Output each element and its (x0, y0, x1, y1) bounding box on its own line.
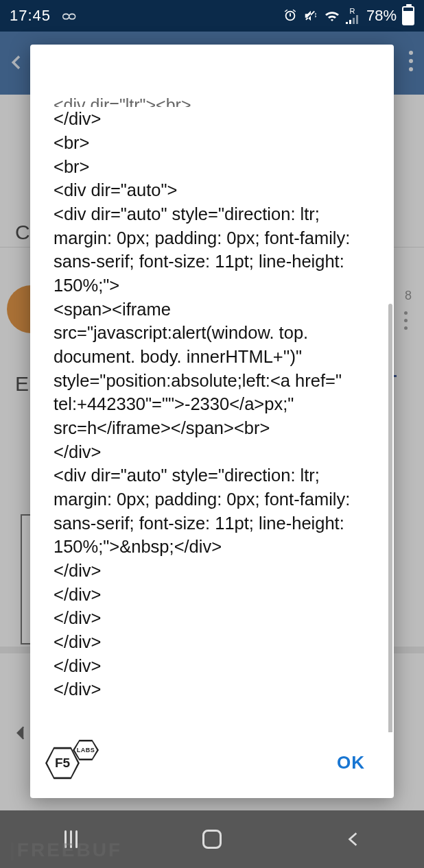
mute-vibrate-icon (303, 8, 318, 23)
wifi-icon (324, 9, 340, 23)
nav-home-button[interactable] (185, 810, 239, 868)
alarm-icon (283, 8, 298, 23)
dialog-content: <div dir="ltr"><br></div> <br> <br> <div… (30, 45, 394, 732)
alert-dialog: <div dir="ltr"><br></div> <br> <br> <div… (30, 45, 394, 798)
dialog-message: <div dir="ltr"><br></div> <br> <br> <div… (30, 45, 394, 701)
ok-button[interactable]: OK (329, 747, 373, 779)
battery-icon (402, 6, 414, 25)
status-time: 17:45 (10, 7, 51, 25)
status-bar: 17:45 ᴑᴑ R 78% (0, 0, 424, 32)
f5-labs-logo: F5 LABS (45, 742, 99, 783)
dialog-scrollbar[interactable] (388, 304, 392, 732)
dialog-actions: F5 LABS OK (30, 732, 394, 798)
battery-percent: 78% (366, 7, 397, 25)
watermark: |FREEBUF (10, 839, 122, 861)
nav-back-button[interactable] (326, 810, 381, 868)
dialog-cut-line: <div dir="ltr"><br> (54, 93, 379, 107)
signal-icon: R (346, 8, 360, 24)
voicemail-icon: ᴑᴑ (62, 8, 74, 23)
